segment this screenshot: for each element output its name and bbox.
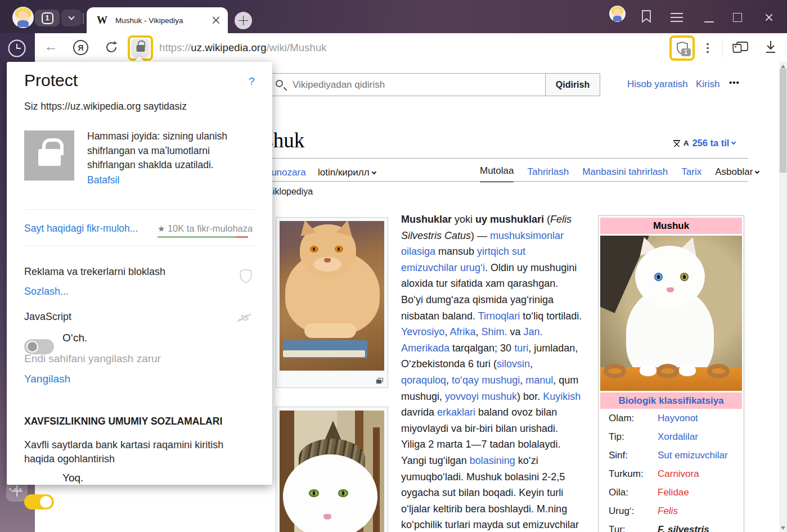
taxonomy-value-link[interactable]: Xordalilar: [658, 431, 698, 443]
sidebar-more-dots-icon[interactable]: [9, 488, 21, 490]
search-button[interactable]: Qidirish: [545, 73, 600, 96]
tools-dropdown[interactable]: Asboblar: [715, 166, 759, 182]
scroll-down-arrow[interactable]: [781, 526, 785, 530]
article-link[interactable]: bolasining: [470, 455, 515, 466]
article-text: ) —: [471, 230, 490, 241]
article-link[interactable]: silovsin: [497, 358, 530, 369]
taxonomy-label: Olam:: [609, 413, 658, 424]
yandex-icon[interactable]: Я: [73, 40, 88, 55]
article-link[interactable]: Kuyikish: [543, 391, 581, 402]
taxonomy-row: Oila: Felidae: [600, 483, 742, 502]
tabby-white-cat-image[interactable]: [280, 411, 384, 532]
taxonomy-value-link[interactable]: Carnivora: [658, 468, 699, 480]
article-link[interactable]: toʻqay mushugi: [452, 375, 520, 386]
adblock-shield-icon: [239, 268, 253, 284]
taxonomy-label: Sinf:: [609, 450, 658, 461]
bookmarks-icon[interactable]: [640, 9, 653, 24]
create-account-link[interactable]: Hisob yaratish: [627, 79, 688, 90]
downloads-icon[interactable]: [763, 39, 778, 55]
scroll-up-arrow[interactable]: [781, 65, 785, 68]
ginger-cat-image[interactable]: [280, 221, 384, 371]
article-link[interactable]: Shim.: [481, 326, 507, 337]
search-input[interactable]: [293, 79, 506, 91]
more-options-icon[interactable]: •••: [729, 78, 740, 87]
minimize-button[interactable]: [704, 21, 714, 22]
taxonomy-value-link[interactable]: Felidae: [658, 487, 689, 498]
tab-tarix[interactable]: Tarix: [681, 166, 701, 182]
ads-settings-link[interactable]: Sozlash...: [24, 286, 69, 297]
enlarge-icon[interactable]: [376, 378, 383, 384]
tab-mutolaa[interactable]: Mutolaa: [480, 165, 514, 182]
taxonomy-label: Tip:: [609, 431, 658, 443]
history-clock-icon[interactable]: [7, 39, 26, 58]
taxonomy-row: Tur: F. silvestris: [600, 520, 742, 532]
taxonomy-label: Urugʻ:: [609, 506, 658, 517]
browser-tab[interactable]: W Mushuk - Vikipediya: [87, 7, 228, 33]
tab-tahrirlash[interactable]: Tahrirlash: [527, 166, 569, 182]
chevron-down-icon: [755, 169, 759, 173]
feedback-count: 10K ta fikr-mulohaza: [168, 223, 253, 233]
bank-warning-toggle[interactable]: [24, 494, 54, 510]
taxonomy-value: F. silvestris: [658, 524, 709, 532]
article-text: mansub: [435, 246, 477, 257]
javascript-toggle[interactable]: [24, 339, 54, 354]
wikipedia-favicon: W: [97, 14, 107, 26]
article-link[interactable]: Yevrosiyo: [401, 326, 444, 337]
help-icon[interactable]: ?: [249, 75, 255, 88]
tab-group-counter[interactable]: 1: [35, 10, 60, 26]
article-link[interactable]: qoraquloq: [401, 375, 446, 386]
site-feedback-link[interactable]: Sayt haqidagi fikr-muloh...: [24, 223, 138, 235]
article-link[interactable]: urugʻi: [460, 262, 485, 273]
tab-close-icon[interactable]: [212, 16, 220, 24]
white-kitten-image[interactable]: [600, 236, 742, 391]
new-tab-button[interactable]: [235, 12, 252, 29]
details-link[interactable]: Batafsil: [87, 174, 119, 186]
taxonomy-value-link[interactable]: Felis: [658, 506, 678, 517]
back-button[interactable]: ←: [44, 38, 58, 55]
article-link[interactable]: turi: [514, 342, 528, 354]
tab-manbasini-tahrirlash[interactable]: Manbasini tahrirlash: [582, 166, 668, 182]
language-selector[interactable]: A 256 ta til: [673, 138, 735, 148]
taxonomy-value-link[interactable]: Hayvonot: [658, 413, 698, 424]
languages-label: 256 ta til: [692, 138, 729, 148]
site-status-line: Siz https://uz.wikipedia.org saytidasiz: [24, 101, 187, 112]
article-text: va: [507, 326, 523, 337]
maximize-button[interactable]: [733, 13, 742, 22]
article-text: ,: [520, 375, 525, 386]
login-link[interactable]: Kirish: [696, 79, 720, 90]
profile-avatar[interactable]: [12, 7, 34, 28]
infobox-section-header: Biologik klassifikatsiya: [600, 393, 742, 409]
browser-window: Qidirish Hisob yaratish Kirish ••• Mushu…: [0, 0, 787, 532]
article-link[interactable]: erkaklari: [437, 407, 475, 418]
article-link[interactable]: yovvoyi mushuk: [445, 391, 517, 402]
security-settings-heading: XAVFSIZLIKNING UMUMIY SOZLAMALARI: [24, 416, 222, 427]
refresh-icon[interactable]: [104, 40, 119, 55]
article-link[interactable]: Afrika: [449, 326, 475, 337]
bank-warning-text: Xavfli saytlarda bank kartasi raqamini k…: [24, 438, 237, 466]
wiki-search-box[interactable]: [268, 73, 546, 96]
article-text: yoki: [452, 214, 475, 225]
article-image-frame[interactable]: [276, 407, 388, 532]
article-text: tarqalgan; 30: [449, 342, 514, 354]
toolbar-more-icon[interactable]: [707, 41, 709, 55]
chevron-down-icon: [68, 13, 74, 20]
article-image-frame[interactable]: [276, 217, 388, 388]
refresh-page-link[interactable]: Yangilash: [24, 373, 70, 385]
refresh-note: Endi sahifani yangilash zarur: [24, 353, 161, 365]
variant-dropdown[interactable]: lotin/кирилл: [318, 167, 376, 178]
profile-avatar-small[interactable]: [609, 6, 626, 22]
protect-shield-button[interactable]: 1: [669, 35, 695, 61]
tools-label: Asboblar: [715, 166, 753, 178]
article-link[interactable]: manul: [525, 375, 553, 386]
scrollbar-thumb[interactable]: [780, 69, 786, 173]
tabstrip-divider: [83, 13, 84, 24]
taxonomy-label: Tur:: [609, 524, 658, 532]
chevron-down-icon: [371, 169, 376, 174]
taxonomy-value-link[interactable]: Sut emizuvchilar: [658, 450, 728, 461]
lock-icon: [131, 39, 150, 57]
collections-icon[interactable]: [731, 40, 750, 56]
menu-icon[interactable]: [671, 13, 683, 22]
star-icon: ★: [158, 224, 165, 233]
tab-group-expander[interactable]: [61, 10, 82, 26]
address-bar[interactable]: https://uz.wikipedia.org/wiki/Mushuk: [159, 42, 327, 54]
